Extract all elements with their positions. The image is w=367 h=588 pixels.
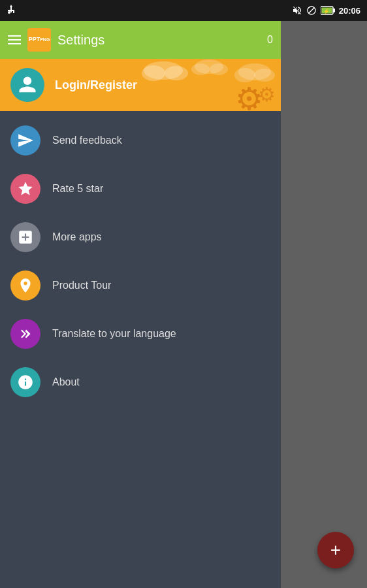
svg-rect-4 (13, 11, 14, 13)
app-header: PPT PNG Settings 0 (0, 21, 281, 59)
svg-text:⚙: ⚙ (235, 82, 263, 111)
send-feedback-icon (10, 125, 40, 155)
status-right: ⚡ 20:06 (292, 5, 360, 16)
svg-rect-0 (10, 7, 12, 12)
send-feedback-item[interactable]: Send feedback (0, 116, 281, 165)
svg-rect-6 (333, 8, 335, 12)
rate-star-label: Rate 5 star (52, 183, 103, 195)
settings-list: Send feedback Rate 5 star More app (0, 111, 281, 588)
translate-icon (10, 319, 40, 349)
svg-point-9 (144, 61, 183, 80)
page-title: Settings (57, 33, 104, 48)
svg-text:⚡: ⚡ (323, 8, 330, 14)
app-logo: PPT PNG (27, 28, 51, 52)
user-avatar (10, 68, 44, 102)
main-content: Send feedback Rate 5 star More app (0, 111, 367, 588)
send-feedback-label: Send feedback (52, 135, 122, 146)
right-panel: + (281, 111, 367, 588)
clock: 20:06 (339, 6, 360, 16)
svg-point-17 (254, 69, 275, 82)
status-left (7, 5, 16, 16)
about-item[interactable]: About (0, 358, 281, 406)
more-apps-item[interactable]: More apps (0, 213, 281, 261)
battery-icon: ⚡ (321, 6, 335, 15)
more-apps-icon (10, 222, 40, 252)
svg-point-10 (142, 65, 165, 81)
header-badge: 0 (267, 34, 273, 46)
svg-point-16 (234, 68, 255, 82)
block-icon (306, 5, 317, 16)
usb-icon (7, 5, 16, 16)
about-icon (10, 367, 40, 397)
svg-point-13 (191, 63, 210, 75)
product-tour-label: Product Tour (52, 280, 111, 291)
svg-point-15 (238, 63, 271, 80)
fab-button[interactable]: + (317, 532, 354, 568)
svg-rect-3 (12, 10, 14, 11)
about-label: About (52, 376, 80, 388)
svg-point-2 (8, 11, 10, 14)
svg-point-11 (165, 66, 188, 80)
login-register-label: Login/Register (55, 78, 137, 92)
status-bar: ⚡ 20:06 (0, 0, 367, 21)
svg-text:⚙: ⚙ (258, 84, 276, 105)
rate-star-item[interactable]: Rate 5 star (0, 165, 281, 213)
svg-point-14 (210, 63, 228, 75)
product-tour-item[interactable]: Product Tour (0, 261, 281, 310)
translate-label: Translate to your language (52, 328, 176, 340)
svg-rect-1 (8, 10, 10, 11)
rate-star-icon (10, 174, 40, 204)
svg-point-12 (195, 59, 223, 74)
mute-icon (292, 5, 302, 16)
product-tour-icon (10, 270, 40, 301)
login-banner[interactable]: Login/Register ⚙ ⚙ (0, 59, 281, 111)
hamburger-menu[interactable] (8, 35, 21, 44)
translate-item[interactable]: Translate to your language (0, 310, 281, 358)
more-apps-label: More apps (52, 231, 102, 243)
